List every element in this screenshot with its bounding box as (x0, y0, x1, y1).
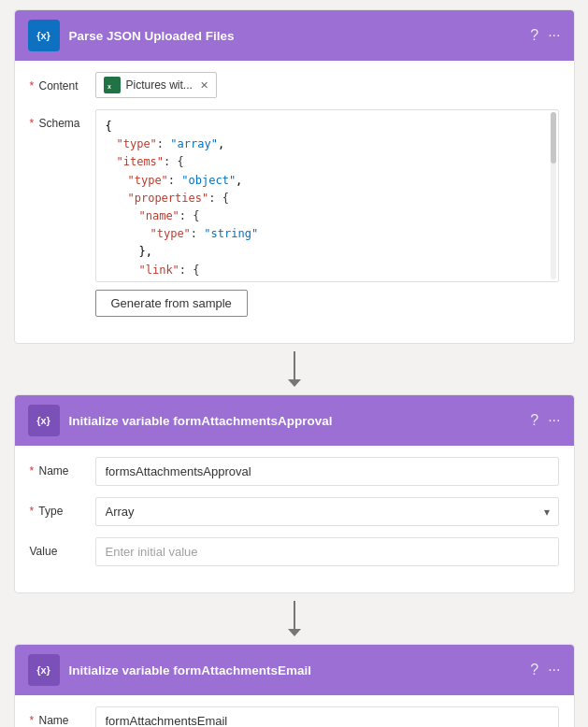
approval-name-input[interactable] (95, 457, 559, 486)
init-email-actions: ? ··· (530, 662, 560, 678)
schema-row: * Schema { "type": "array", "items": { "… (30, 109, 559, 317)
approval-type-select[interactable]: Array String Integer Float Boolean Objec… (95, 497, 559, 526)
connector-2-line (294, 601, 295, 629)
connector-1-line (294, 351, 295, 379)
schema-line-5: "properties": { (106, 190, 549, 207)
schema-line-4: "type": "object", (106, 172, 549, 190)
approval-name-value (95, 457, 559, 486)
approval-value-input[interactable] (95, 537, 559, 566)
init-approval-icon: {x} (28, 405, 60, 436)
init-approval-help-icon[interactable]: ? (530, 412, 538, 429)
parse-json-icon: {x} (28, 20, 60, 51)
email-name-input[interactable] (95, 706, 559, 727)
generate-from-sample-button[interactable]: Generate from sample (95, 290, 248, 317)
connector-2-arrow (288, 629, 301, 636)
schema-line-7: "type": "string" (106, 225, 549, 243)
email-name-value (95, 706, 559, 727)
svg-text:x: x (108, 83, 111, 90)
init-email-card: {x} Initialize variable formAttachmentsE… (14, 644, 575, 727)
connector-1-group (288, 351, 301, 387)
excel-icon: x (104, 77, 121, 93)
parse-json-header: {x} Parse JSON Uploaded Files ? ··· (15, 10, 574, 61)
content-value: x Pictures wit... ✕ (95, 72, 559, 98)
schema-value: { "type": "array", "items": { "type": "o… (95, 109, 559, 317)
parse-json-title: Parse JSON Uploaded Files (69, 29, 531, 43)
parse-json-actions: ? ··· (530, 27, 560, 44)
init-approval-more-icon[interactable]: ··· (548, 412, 560, 429)
schema-line-1: { (106, 118, 549, 135)
init-email-header: {x} Initialize variable formAttachmentsE… (15, 645, 574, 695)
approval-value-field (95, 537, 559, 566)
approval-value-row: Value (30, 537, 559, 566)
schema-line-8: }, (106, 243, 549, 261)
content-tag-text: Pictures wit... (126, 78, 193, 92)
init-approval-header: {x} Initialize variable formAttachmentsA… (15, 395, 574, 446)
approval-type-row: * Type Array String Integer Float Boolea… (30, 497, 559, 526)
connector-1-arrow (288, 379, 301, 387)
schema-line-10: "type": "string" (106, 279, 549, 282)
content-label: * Content (30, 72, 95, 93)
init-email-more-icon[interactable]: ··· (548, 662, 560, 678)
schema-line-3: "items": { (106, 153, 549, 171)
content-tag[interactable]: x Pictures wit... ✕ (95, 72, 217, 98)
schema-editor[interactable]: { "type": "array", "items": { "type": "o… (95, 109, 559, 282)
init-approval-actions: ? ··· (530, 412, 560, 429)
approval-name-row: * Name (30, 457, 559, 486)
parse-json-help-icon[interactable]: ? (530, 27, 538, 44)
schema-line-6: "name": { (106, 207, 549, 225)
content-row: * Content x Pictures wit... ✕ (30, 72, 559, 98)
content-tag-close-icon[interactable]: ✕ (200, 79, 208, 92)
init-email-help-icon[interactable]: ? (530, 662, 538, 678)
email-name-row: * Name (30, 706, 559, 727)
schema-line-2: "type": "array", (106, 135, 549, 153)
email-name-label: * Name (30, 706, 95, 727)
schema-label: * Schema (30, 109, 95, 130)
init-approval-title: Initialize variable formAttachmentsAppro… (69, 414, 531, 428)
approval-type-label: * Type (30, 497, 95, 518)
init-approval-body: * Name * Type Array String Integer Float… (15, 446, 574, 592)
init-email-icon: {x} (28, 654, 60, 686)
connector-2 (288, 593, 301, 644)
approval-value-label: Value (30, 537, 95, 558)
schema-required: * (30, 117, 35, 130)
parse-json-body: * Content x Pictures wit... ✕ (15, 61, 574, 343)
approval-name-label: * Name (30, 457, 95, 478)
schema-scrollbar (551, 112, 556, 164)
approval-type-value: Array String Integer Float Boolean Objec… (95, 497, 559, 526)
connector-1 (288, 344, 301, 394)
init-email-title: Initialize variable formAttachmentsEmail (69, 663, 531, 677)
init-approval-card: {x} Initialize variable formAttachmentsA… (14, 394, 575, 593)
schema-line-9: "link": { (106, 262, 549, 279)
connector-2-group (288, 601, 301, 636)
init-email-body: * Name * Type Array String Integer Float… (15, 695, 574, 727)
content-required: * (30, 79, 35, 93)
parse-json-card: {x} Parse JSON Uploaded Files ? ··· * Co… (14, 9, 575, 344)
parse-json-more-icon[interactable]: ··· (548, 27, 560, 44)
